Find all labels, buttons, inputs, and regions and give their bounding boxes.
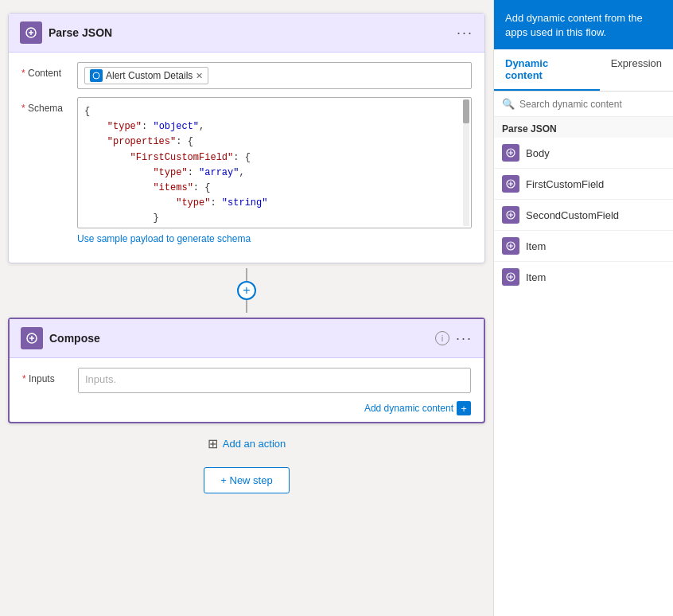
- parse-json-title: Parse JSON: [49, 26, 112, 39]
- add-dynamic-plus-icon: +: [457, 401, 471, 415]
- schema-field-row: Schema { "type": "object", "properties":…: [21, 97, 472, 245]
- schema-line-8: }: [84, 211, 465, 226]
- compose-header: Compose i ···: [10, 319, 484, 358]
- compose-card: Compose i ··· Inputs Inputs. Add dynamic…: [8, 318, 485, 423]
- add-dynamic-label: Add dynamic content: [364, 403, 453, 414]
- add-dynamic-row: Add dynamic content +: [22, 401, 471, 415]
- schema-line-4: "FirstCustomField": {: [84, 150, 465, 166]
- schema-line-3: "properties": {: [84, 135, 465, 150]
- tag-text: Alert Custom Details: [106, 70, 193, 81]
- parse-json-card-icon: [20, 21, 42, 44]
- schema-line-7: "type": "string": [84, 196, 465, 211]
- schema-line-1: {: [84, 104, 465, 119]
- inputs-field-row: Inputs Inputs.: [22, 368, 471, 393]
- content-label: Content: [21, 62, 77, 79]
- panel-item-fcf-label: FirstCustomField: [526, 178, 604, 190]
- schema-scrollbar-thumb[interactable]: [463, 99, 469, 123]
- search-input[interactable]: [519, 99, 665, 110]
- panel-item-item2-label: Item: [526, 271, 546, 283]
- search-icon: 🔍: [502, 98, 515, 110]
- compose-card-icon: [21, 327, 43, 349]
- svg-point-1: [93, 72, 99, 79]
- schema-scrollbar: [463, 99, 469, 226]
- tag-close-icon[interactable]: ✕: [196, 71, 203, 81]
- panel-section-label: Parse JSON: [494, 117, 673, 138]
- schema-area[interactable]: { "type": "object", "properties": { "Fir…: [77, 97, 472, 228]
- main-canvas: Parse JSON ··· Content Alert Custom Deta…: [0, 0, 493, 616]
- tab-expression[interactable]: Expression: [600, 49, 673, 91]
- content-field-row: Content Alert Custom Details ✕: [21, 62, 472, 89]
- add-action-row[interactable]: ⊞ Add an action: [208, 436, 286, 451]
- panel-item-body-label: Body: [526, 147, 550, 159]
- panel-item-item-1[interactable]: Item: [494, 231, 673, 262]
- panel-header-text: Add dynamic content from the apps used i…: [505, 12, 643, 38]
- panel-header: Add dynamic content from the apps used i…: [494, 0, 673, 49]
- schema-container: { "type": "object", "properties": { "Fir…: [77, 97, 472, 245]
- inputs-input[interactable]: Inputs.: [78, 368, 471, 393]
- tab-dynamic-label: Dynamic content: [505, 57, 548, 81]
- add-step-plus-button[interactable]: +: [237, 281, 256, 300]
- inputs-label: Inputs: [22, 368, 78, 384]
- panel-item-item1-label: Item: [526, 240, 546, 252]
- schema-line-2: "type": "object",: [84, 119, 465, 135]
- compose-menu-icon[interactable]: ···: [456, 330, 473, 347]
- compose-header-right: i ···: [435, 330, 473, 347]
- panel-item-item-2[interactable]: Item: [494, 262, 673, 292]
- tag-icon: [90, 69, 103, 82]
- panel-tabs: Dynamic content Expression: [494, 49, 673, 92]
- compose-body: Inputs Inputs. Add dynamic content +: [10, 358, 484, 422]
- compose-header-left: Compose: [21, 327, 100, 349]
- schema-line-9: },: [84, 227, 465, 229]
- parse-json-body: Content Alert Custom Details ✕ Sch: [9, 53, 484, 263]
- parse-json-card-header: Parse JSON ···: [9, 14, 484, 53]
- right-panel: Add dynamic content from the apps used i…: [493, 0, 673, 616]
- parse-json-card: Parse JSON ··· Content Alert Custom Deta…: [8, 13, 485, 263]
- compose-title: Compose: [49, 332, 100, 345]
- add-action-text: Add an action: [223, 438, 286, 450]
- connector-1: +: [237, 268, 256, 313]
- panel-item-item1-icon: [502, 237, 519, 255]
- panel-items-list: Body FirstCustomField SecondCustomField: [494, 138, 673, 292]
- panel-item-fcf-icon: [502, 175, 519, 193]
- content-input[interactable]: Alert Custom Details ✕: [77, 62, 472, 89]
- panel-search: 🔍: [494, 92, 673, 117]
- schema-line-6: "items": {: [84, 181, 465, 196]
- schema-label: Schema: [21, 97, 77, 114]
- tab-dynamic-content[interactable]: Dynamic content: [494, 49, 600, 91]
- panel-item-scf-label: SecondCustomField: [526, 209, 619, 221]
- panel-item-body[interactable]: Body: [494, 138, 673, 169]
- panel-item-second-custom-field[interactable]: SecondCustomField: [494, 200, 673, 231]
- schema-sample-link[interactable]: Use sample payload to generate schema: [77, 233, 251, 244]
- parse-json-header-left: Parse JSON: [20, 21, 112, 44]
- alert-custom-details-tag: Alert Custom Details ✕: [84, 67, 208, 84]
- add-dynamic-content-button[interactable]: Add dynamic content +: [364, 401, 471, 415]
- compose-info-icon[interactable]: i: [435, 331, 449, 345]
- panel-item-first-custom-field[interactable]: FirstCustomField: [494, 169, 673, 200]
- panel-item-item2-icon: [502, 268, 519, 286]
- new-step-button[interactable]: + New step: [204, 467, 289, 493]
- panel-item-scf-icon: [502, 206, 519, 224]
- schema-line-5: "type": "array",: [84, 166, 465, 181]
- panel-item-body-icon: [502, 144, 519, 162]
- add-action-icon: ⊞: [208, 436, 218, 451]
- tab-expression-label: Expression: [611, 57, 662, 69]
- connector-line-top: [246, 268, 247, 281]
- connector-line-bottom: [246, 300, 247, 313]
- parse-json-menu-icon[interactable]: ···: [457, 25, 473, 41]
